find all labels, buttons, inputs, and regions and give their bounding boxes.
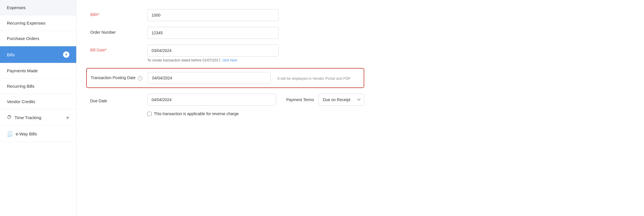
order-number-row: Order Number [90, 27, 364, 39]
sidebar-item-eway-bills[interactable]: 🧾 e-Way Bills [0, 126, 76, 142]
sidebar-item-payments-made[interactable]: Payments Made [0, 63, 76, 79]
hint-static: To create transaction dated before 01/07… [147, 58, 221, 62]
payment-terms-section: Payment Terms Due on Receipt Net 15 Net … [286, 94, 364, 106]
sidebar-item-label-purchase-orders: Purchase Orders [7, 36, 39, 41]
order-number-input-wrap [147, 27, 279, 39]
order-number-label: Order Number [90, 27, 147, 35]
bill-date-label: Bill Date* [90, 45, 147, 53]
reverse-charge-label-text: This transaction is applicable for rever… [154, 111, 239, 116]
sidebar: Expenses Recurring Expenses Purchase Ord… [0, 0, 77, 216]
reverse-charge-row: This transaction is applicable for rever… [147, 111, 364, 116]
sidebar-item-label-bills: Bills [7, 52, 15, 57]
sidebar-item-bills[interactable]: Bills + [0, 46, 76, 63]
bill-date-input[interactable] [147, 45, 279, 57]
sidebar-item-label-time-tracking: Time Tracking [15, 115, 41, 120]
hint-text: To create transaction dated before 01/07… [147, 58, 279, 62]
payment-terms-label: Payment Terms [286, 97, 314, 102]
due-date-input-wrap [147, 94, 276, 106]
order-number-input[interactable] [147, 27, 279, 39]
receipt-icon: 🧾 [7, 131, 13, 137]
transaction-posting-input[interactable] [148, 72, 271, 84]
sidebar-item-expenses[interactable]: Expenses [0, 0, 76, 15]
info-icon[interactable]: i [138, 76, 142, 81]
sidebar-item-recurring-expenses[interactable]: Recurring Expenses [0, 15, 76, 31]
bill-date-row: Bill Date* To create transaction dated b… [90, 45, 364, 62]
arrow-right-icon: ▶ [67, 115, 69, 119]
reverse-charge-checkbox[interactable] [147, 112, 152, 116]
sidebar-item-label-eway-bills: e-Way Bills [16, 131, 37, 136]
bills-add-button[interactable]: + [63, 51, 69, 58]
reverse-charge-checkbox-label[interactable]: This transaction is applicable for rever… [147, 111, 239, 116]
main-content: Bill#* Order Number Bill Date* To create… [77, 0, 644, 216]
sidebar-item-label-payments-made: Payments Made [7, 68, 38, 73]
payment-terms-select[interactable]: Due on Receipt Net 15 Net 30 Net 45 Net … [319, 94, 364, 106]
bill-number-label: Bill#* [90, 9, 147, 18]
transaction-posting-input-wrap [148, 72, 271, 84]
sidebar-item-label-expenses: Expenses [7, 5, 26, 10]
sidebar-item-purchase-orders[interactable]: Purchase Orders [0, 31, 76, 46]
bills-add-icon-wrap: + [63, 51, 69, 58]
bill-date-input-wrap: To create transaction dated before 01/07… [147, 45, 279, 62]
due-date-row: Due Date Payment Terms Due on Receipt Ne… [90, 94, 364, 106]
form-section: Bill#* Order Number Bill Date* To create… [90, 9, 364, 116]
due-date-input[interactable] [147, 94, 276, 106]
bill-number-input[interactable] [147, 9, 279, 21]
transaction-posting-label: Transaction Posting Date i [91, 75, 148, 81]
sidebar-item-label-recurring-expenses: Recurring Expenses [7, 21, 45, 25]
bill-number-row: Bill#* [90, 9, 364, 21]
transaction-posting-row: Transaction Posting Date i It will be di… [86, 68, 364, 88]
clock-icon: ⏱ [7, 115, 12, 120]
sidebar-item-time-tracking[interactable]: ⏱ Time Tracking ▶ [0, 109, 76, 126]
sidebar-item-vendor-credits[interactable]: Vendor Credits [0, 94, 76, 109]
due-date-label: Due Date [90, 95, 147, 104]
transaction-posting-sidenote: It will be displayed in Vendor Portal an… [277, 76, 351, 81]
sidebar-item-label-vendor-credits: Vendor Credits [7, 99, 35, 104]
sidebar-item-recurring-bills[interactable]: Recurring Bills [0, 79, 76, 94]
sidebar-item-label-recurring-bills: Recurring Bills [7, 84, 35, 89]
bill-number-input-wrap [147, 9, 279, 21]
hint-link[interactable]: click here [222, 58, 238, 62]
